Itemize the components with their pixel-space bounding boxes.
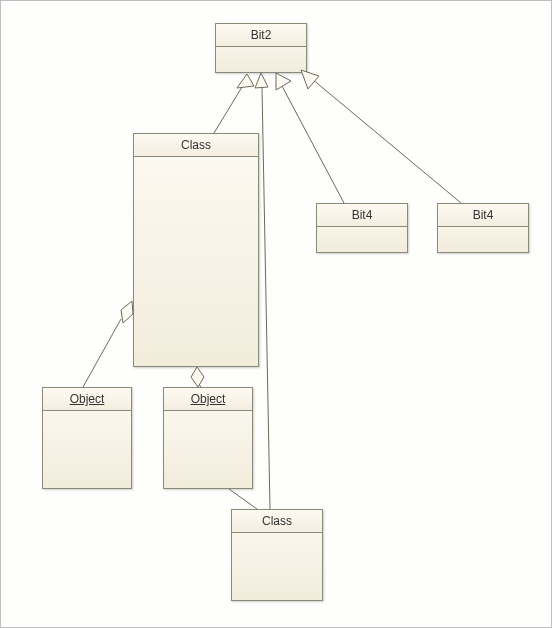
- svg-marker-3: [255, 73, 268, 88]
- node-bit4-left[interactable]: Bit4: [316, 203, 408, 253]
- node-class-top[interactable]: Class: [133, 133, 259, 367]
- connector-object-right-to-class: [191, 367, 204, 387]
- svg-line-4: [282, 86, 344, 203]
- svg-marker-9: [121, 301, 133, 323]
- node-bit2-title: Bit2: [216, 24, 306, 47]
- node-bit4-right[interactable]: Bit4: [437, 203, 529, 253]
- svg-marker-11: [191, 367, 204, 387]
- svg-line-12: [229, 489, 257, 509]
- svg-marker-1: [237, 74, 254, 88]
- svg-line-0: [214, 87, 242, 133]
- connector-class-top-to-bit2: [214, 74, 254, 133]
- node-bit2[interactable]: Bit2: [215, 23, 307, 73]
- svg-line-8: [83, 319, 121, 387]
- diagram-canvas: Bit2 Class Bit4 Bit4 Object Object Class: [0, 0, 552, 628]
- node-bit4-right-title: Bit4: [438, 204, 528, 227]
- connector-object-left-to-class: [83, 301, 133, 387]
- svg-line-2: [262, 88, 270, 509]
- node-object-right-title: Object: [164, 388, 252, 411]
- svg-line-6: [312, 79, 461, 203]
- connector-bit4-left-to-bit2: [276, 73, 344, 203]
- svg-marker-5: [276, 73, 291, 90]
- connector-bit4-right-to-bit2: [301, 70, 461, 203]
- node-class-top-title: Class: [134, 134, 258, 157]
- node-object-left-title: Object: [43, 388, 131, 411]
- node-object-right[interactable]: Object: [163, 387, 253, 489]
- node-bit4-left-title: Bit4: [317, 204, 407, 227]
- connector-class-bottom-to-object-right: [229, 489, 257, 509]
- node-class-bottom[interactable]: Class: [231, 509, 323, 601]
- node-object-left[interactable]: Object: [42, 387, 132, 489]
- node-class-bottom-title: Class: [232, 510, 322, 533]
